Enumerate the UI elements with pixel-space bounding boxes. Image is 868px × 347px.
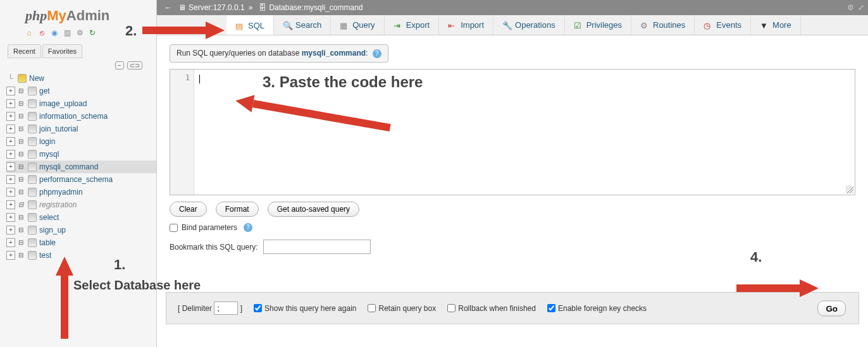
bc-gear-icon[interactable]: ⚙: [847, 3, 854, 12]
retain-checkbox[interactable]: [368, 304, 376, 312]
logout-icon[interactable]: ⎋: [37, 28, 47, 38]
db-item-test[interactable]: +⊟test: [6, 249, 156, 262]
expand-icon[interactable]: ⊟: [16, 162, 25, 171]
tab-privileges[interactable]: ☑Privileges: [565, 15, 631, 35]
expand-icon[interactable]: ⊟: [16, 125, 25, 133]
expand-icon[interactable]: ⊟: [16, 87, 25, 95]
recent-tab[interactable]: Recent: [8, 44, 41, 58]
server-name[interactable]: 127.0.0.1: [213, 3, 245, 12]
clear-button[interactable]: Clear: [170, 202, 207, 217]
main: ← 🖥 Server: 127.0.0.1 » 🗄 Database: mysq…: [157, 0, 868, 347]
delimiter-input[interactable]: [214, 301, 238, 315]
line-gutter: 1: [170, 70, 194, 195]
sql-editor[interactable]: 1: [170, 69, 855, 195]
new-db[interactable]: └ New: [6, 72, 156, 85]
tab-sql[interactable]: ▤SQL: [226, 15, 274, 35]
rollback-option[interactable]: Rollback when finished: [447, 304, 536, 313]
expand-icon[interactable]: +: [6, 125, 15, 133]
autosave-button[interactable]: Get auto-saved query: [268, 202, 359, 217]
tab-label: Routines: [653, 20, 685, 30]
expand-icon[interactable]: ⊟: [16, 226, 25, 234]
tab-more[interactable]: ▼More: [751, 15, 801, 35]
expand-icon[interactable]: ⊟: [16, 213, 25, 222]
expand-icon[interactable]: +: [6, 188, 15, 197]
show-again-checkbox[interactable]: [254, 304, 262, 312]
help-icon[interactable]: ?: [373, 49, 381, 58]
expand-icon[interactable]: +: [6, 200, 15, 209]
rollback-checkbox[interactable]: [447, 304, 456, 312]
expand-icon[interactable]: ⊟: [16, 188, 25, 197]
bc-expand-icon[interactable]: ⤢: [858, 3, 864, 12]
reload-icon[interactable]: ↻: [87, 28, 97, 38]
collapse-icon[interactable]: −: [115, 61, 124, 70]
expand-icon[interactable]: +: [6, 251, 15, 260]
db-item-phpmyadmin[interactable]: +⊟phpmyadmin: [6, 186, 156, 198]
db-item-registration[interactable]: +⊟registration: [6, 198, 156, 211]
bind-checkbox[interactable]: [170, 224, 178, 232]
db-name[interactable]: mysqli_command: [304, 3, 363, 12]
retain-option[interactable]: Retain query box: [368, 304, 436, 313]
sql-textarea[interactable]: [194, 70, 855, 195]
db-label: join_tutorial: [39, 123, 78, 135]
resize-handle[interactable]: [846, 186, 853, 193]
expand-icon[interactable]: ⊟: [16, 200, 25, 209]
db-label: information_schema: [39, 111, 108, 122]
expand-icon[interactable]: ⊟: [16, 99, 25, 108]
db-item-table[interactable]: +⊟table: [6, 236, 156, 249]
tab-operations[interactable]: 🔧Operations: [493, 15, 565, 35]
db-item-login[interactable]: +⊟login: [6, 135, 156, 148]
expand-icon[interactable]: +: [6, 162, 15, 171]
tab-routines[interactable]: ⚙Routines: [631, 15, 695, 35]
settings-icon[interactable]: ⚙: [75, 28, 85, 38]
tab-label: Operations: [515, 20, 555, 30]
expand-icon[interactable]: +: [6, 238, 15, 247]
expand-icon[interactable]: ⊟: [16, 175, 25, 184]
db-item-join_tutorial[interactable]: +⊟join_tutorial: [6, 123, 156, 135]
bind-label: Bind parameters: [182, 223, 237, 232]
db-item-image_upload[interactable]: +⊟image_upload: [6, 97, 156, 110]
tab-import[interactable]: ⇤Import: [439, 15, 493, 35]
db-item-select[interactable]: +⊟select: [6, 211, 156, 224]
db-item-sign_up[interactable]: +⊟sign_up: [6, 224, 156, 236]
db-item-information_schema[interactable]: +⊟information_schema: [6, 110, 156, 123]
db-item-performance_schema[interactable]: +⊟performance_schema: [6, 173, 156, 186]
footer: [ Delimiter ] Show this query here again…: [166, 292, 859, 324]
expand-icon[interactable]: ⊟: [16, 150, 25, 159]
expand-icon[interactable]: +: [6, 87, 15, 95]
fk-option[interactable]: Enable foreign key checks: [547, 304, 647, 313]
expand-icon[interactable]: +: [6, 213, 15, 222]
tab-events[interactable]: ◷Events: [695, 15, 751, 35]
expand-icon[interactable]: +: [6, 226, 15, 234]
home-icon[interactable]: ⌂: [24, 28, 34, 38]
expand-icon[interactable]: ⊟: [16, 238, 25, 247]
fk-checkbox[interactable]: [547, 304, 555, 312]
expand-icon[interactable]: +: [6, 175, 15, 184]
help-icon[interactable]: ?: [244, 223, 252, 232]
format-button[interactable]: Format: [216, 202, 259, 217]
expand-icon[interactable]: +: [6, 112, 15, 121]
expand-icon[interactable]: +: [6, 137, 15, 146]
expand-icon[interactable]: ⊟: [16, 112, 25, 121]
tab-export[interactable]: ⇥Export: [385, 15, 440, 35]
favorites-tab[interactable]: Favorites: [42, 44, 82, 58]
link-icon[interactable]: ⊂⊃: [127, 61, 142, 70]
tab-search[interactable]: 🔍Search: [274, 15, 331, 35]
breadcrumb: ← 🖥 Server: 127.0.0.1 » 🗄 Database: mysq…: [157, 0, 868, 15]
bookmark-input[interactable]: [263, 240, 371, 254]
db-icon: [28, 125, 37, 133]
show-again-option[interactable]: Show this query here again: [254, 304, 356, 313]
nav-icon[interactable]: ▥: [62, 28, 72, 38]
tab-query[interactable]: ▦Query: [331, 15, 384, 35]
expand-icon[interactable]: ⊟: [16, 251, 25, 260]
events-icon: ◷: [704, 21, 712, 30]
more-icon: ▼: [760, 21, 769, 30]
expand-icon[interactable]: +: [6, 150, 15, 159]
db-item-mysqli_command[interactable]: +⊟mysqli_command: [6, 161, 156, 173]
db-item-get[interactable]: +⊟get: [6, 85, 156, 97]
back-button[interactable]: ←: [161, 3, 176, 12]
db-item-mysql[interactable]: +⊟mysql: [6, 148, 156, 161]
expand-icon[interactable]: ⊟: [16, 137, 25, 146]
go-button[interactable]: Go: [817, 300, 846, 316]
expand-icon[interactable]: +: [6, 99, 15, 108]
docs-icon[interactable]: ◉: [49, 28, 59, 38]
